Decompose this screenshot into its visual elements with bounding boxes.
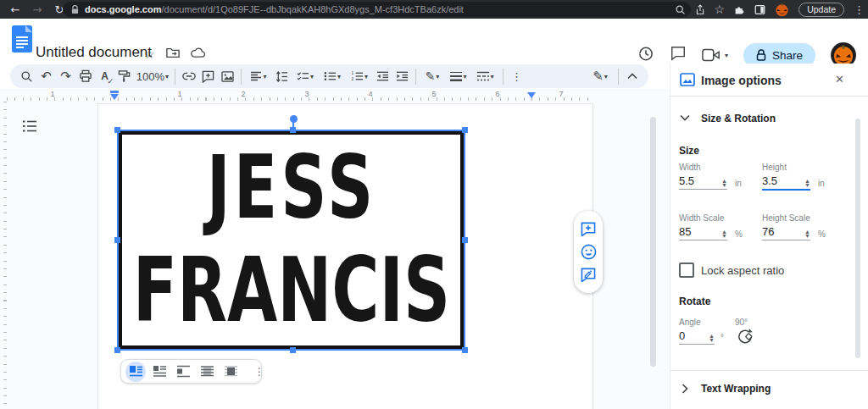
- extensions-icon[interactable]: [734, 4, 745, 15]
- share-button-label: Share: [772, 49, 803, 62]
- document-outline-icon[interactable]: [22, 119, 37, 136]
- resize-handle-s[interactable]: [290, 347, 296, 353]
- insert-link-icon[interactable]: [179, 66, 198, 86]
- line-spacing-icon[interactable]: [272, 66, 292, 86]
- spelling-check-icon[interactable]: A✓: [95, 66, 114, 86]
- resize-handle-w[interactable]: [114, 237, 120, 243]
- width-input[interactable]: 5.5 ▲▼: [679, 174, 727, 190]
- resize-handle-nw[interactable]: [114, 127, 120, 133]
- width-unit: in: [735, 179, 742, 188]
- checklist-button[interactable]: ▾: [292, 66, 319, 86]
- width-stepper[interactable]: ▲▼: [721, 179, 727, 187]
- panel-header: Image options ✕: [670, 64, 868, 97]
- meet-video-button[interactable]: ▾: [702, 48, 728, 62]
- document-scrollbar[interactable]: [650, 117, 656, 367]
- zoom-select[interactable]: 100%▾: [134, 66, 171, 86]
- divider: [618, 69, 619, 85]
- height-scale-input[interactable]: 76 ▲▼: [762, 225, 810, 240]
- resize-handle-ne[interactable]: [462, 127, 468, 133]
- chrome-menu-icon[interactable]: ⋮: [854, 3, 865, 16]
- chrome-update-button[interactable]: Update: [798, 3, 844, 17]
- height-input[interactable]: 3.5 ▲▼: [762, 174, 810, 191]
- browser-back-icon[interactable]: ←: [7, 0, 24, 19]
- bookmark-star-icon[interactable]: ☆: [715, 3, 726, 16]
- document-title[interactable]: Untitled document: [36, 44, 152, 61]
- docs-logo-icon[interactable]: [12, 25, 32, 53]
- star-document-icon[interactable]: ☆: [144, 47, 155, 61]
- share-lock-icon: [756, 49, 766, 61]
- wrap-inline-button[interactable]: [125, 362, 146, 382]
- increase-indent-icon[interactable]: [392, 66, 412, 86]
- front-text-button[interactable]: [220, 362, 241, 382]
- insert-image-icon[interactable]: [218, 66, 237, 86]
- angle-unit: °: [721, 333, 724, 342]
- text-wrapping-section-label[interactable]: Text Wrapping: [701, 383, 771, 395]
- emoji-reaction-icon[interactable]: [581, 244, 597, 260]
- size-rotation-collapse-icon[interactable]: [680, 114, 690, 121]
- left-indent-marker[interactable]: [110, 94, 119, 100]
- numbered-list-button[interactable]: 12▾: [346, 66, 373, 86]
- side-panel-icon[interactable]: [754, 4, 765, 15]
- align-left-button[interactable]: ▾: [245, 66, 272, 86]
- paint-format-icon[interactable]: [114, 66, 134, 86]
- redo-icon[interactable]: ↷: [56, 66, 75, 86]
- toolbar-overflow-icon[interactable]: ⋮: [507, 66, 526, 86]
- lock-aspect-ratio-label[interactable]: Lock aspect ratio: [701, 264, 784, 277]
- border-weight-button[interactable]: ▾: [445, 66, 472, 86]
- resize-handle-se[interactable]: [462, 347, 468, 353]
- add-comment-margin-icon[interactable]: [581, 222, 596, 236]
- wrap-text-button[interactable]: [149, 362, 170, 382]
- svg-text:2: 2: [351, 77, 353, 81]
- browser-forward-icon[interactable]: →: [29, 0, 46, 19]
- panel-close-icon[interactable]: ✕: [835, 73, 844, 86]
- height-stepper[interactable]: ▲▼: [804, 179, 810, 187]
- divider: [175, 69, 175, 85]
- panel-scrollbar[interactable]: [855, 119, 860, 358]
- horizontal-ruler[interactable]: 1 1 2 3 4 5 6 7: [0, 89, 598, 102]
- add-comment-icon[interactable]: [198, 66, 218, 86]
- hide-menus-icon[interactable]: [622, 66, 642, 86]
- lock-aspect-ratio-checkbox[interactable]: [679, 263, 694, 278]
- editing-mode-button[interactable]: ✎▾: [586, 66, 615, 86]
- border-color-button[interactable]: ✎▾: [420, 66, 445, 86]
- undo-icon[interactable]: ↶: [36, 66, 56, 86]
- height-scale-unit: %: [818, 229, 826, 239]
- rotate-90-button[interactable]: [737, 328, 754, 349]
- url-path: /document/d/1Qo89FJE--dbJbqakKAH8hGXd8yg…: [161, 4, 463, 14]
- browser-profile-avatar[interactable]: [775, 3, 789, 17]
- version-history-icon[interactable]: [637, 45, 654, 66]
- selected-image[interactable]: JESS FRANCIS: [119, 131, 464, 349]
- angle-input[interactable]: 0 ▲▼: [679, 329, 715, 345]
- right-indent-marker[interactable]: [527, 92, 536, 98]
- wrap-more-options-icon[interactable]: ⋮: [251, 366, 268, 378]
- print-icon[interactable]: [75, 66, 95, 86]
- address-bar[interactable]: docs.google.com/document/d/1Qo89FJE--dbJ…: [63, 2, 691, 17]
- angle-stepper[interactable]: ▲▼: [709, 334, 715, 342]
- resize-handle-e[interactable]: [462, 237, 468, 243]
- search-menus-icon[interactable]: [17, 66, 36, 86]
- move-folder-icon[interactable]: [166, 47, 180, 61]
- width-scale-stepper[interactable]: ▲▼: [721, 229, 727, 238]
- height-scale-stepper[interactable]: ▲▼: [804, 229, 810, 238]
- zoom-page-icon[interactable]: [675, 4, 686, 15]
- bulleted-list-button[interactable]: ▾: [319, 66, 346, 86]
- size-rotation-section-label[interactable]: Size & Rotation: [701, 113, 776, 124]
- panel-title: Image options: [701, 74, 782, 87]
- suggest-edit-icon[interactable]: [581, 268, 596, 282]
- decrease-indent-icon[interactable]: [373, 66, 392, 86]
- behind-text-button[interactable]: [197, 362, 217, 382]
- comments-icon[interactable]: [670, 45, 687, 65]
- rotation-handle[interactable]: [290, 115, 298, 123]
- meet-dropdown-icon[interactable]: ▾: [725, 52, 728, 59]
- first-line-indent-marker[interactable]: [110, 91, 119, 93]
- share-page-icon[interactable]: [695, 4, 705, 15]
- text-wrapping-expand-icon[interactable]: [682, 384, 688, 394]
- angle-label: Angle: [679, 318, 701, 327]
- resize-handle-sw[interactable]: [114, 347, 120, 353]
- width-scale-unit: %: [735, 229, 743, 239]
- border-dash-button[interactable]: ▾: [472, 66, 499, 86]
- cloud-saved-icon[interactable]: [191, 47, 205, 61]
- vertical-ruler[interactable]: [3, 102, 7, 409]
- break-text-button[interactable]: [173, 362, 193, 382]
- width-scale-input[interactable]: 85 ▲▼: [679, 225, 727, 240]
